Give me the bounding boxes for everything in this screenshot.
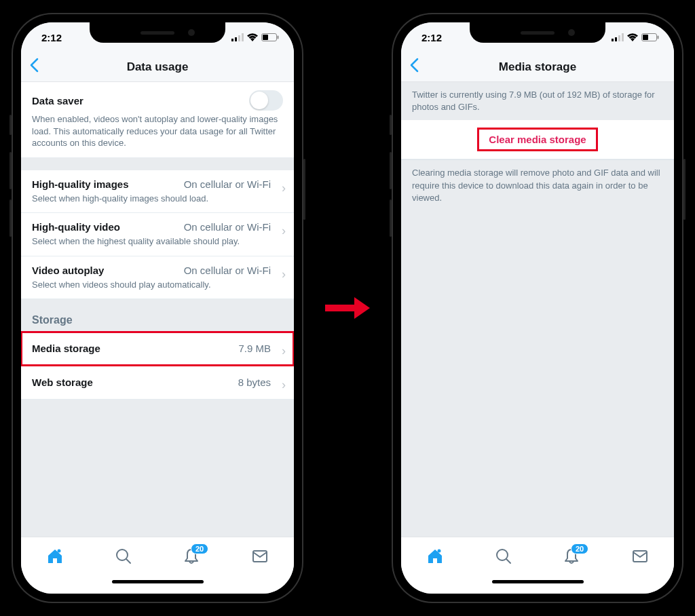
tab-messages[interactable] — [631, 547, 649, 565]
power-button — [303, 159, 305, 220]
nav-bar: Media storage — [401, 52, 674, 82]
hq-video-desc: Select when the highest quality availabl… — [32, 235, 283, 248]
notification-badge: 20 — [191, 543, 208, 554]
signal-icon — [612, 33, 624, 41]
svg-rect-1 — [235, 37, 237, 41]
page-title: Media storage — [401, 60, 674, 74]
autoplay-title: Video autoplay — [32, 265, 104, 276]
autoplay-value: On cellular or Wi-Fi — [184, 265, 271, 276]
clear-warning-info: Clearing media storage will remove photo… — [401, 159, 674, 211]
data-saver-toggle[interactable] — [249, 90, 283, 111]
back-button[interactable] — [409, 58, 419, 77]
status-time: 2:12 — [41, 32, 62, 43]
tab-search[interactable] — [115, 547, 132, 565]
chevron-right-icon: › — [282, 181, 286, 195]
svg-rect-13 — [615, 37, 617, 41]
autoplay-desc: Select when videos should play automatic… — [32, 279, 283, 291]
media-storage-value: 7.9 MB — [238, 343, 271, 354]
notification-badge: 20 — [571, 543, 588, 554]
svg-rect-17 — [643, 35, 648, 40]
power-button — [683, 159, 685, 220]
tab-notifications[interactable]: 20 — [183, 547, 200, 565]
data-saver-title: Data saver — [32, 95, 83, 107]
svg-rect-12 — [612, 39, 614, 41]
web-storage-value: 8 bytes — [238, 377, 271, 388]
notch — [470, 22, 605, 43]
svg-rect-18 — [658, 36, 659, 39]
storage-section-header: Storage — [21, 299, 294, 332]
svg-rect-15 — [622, 33, 624, 41]
svg-point-19 — [438, 549, 441, 552]
back-button[interactable] — [29, 58, 39, 77]
svg-rect-5 — [263, 35, 268, 40]
svg-rect-6 — [278, 36, 279, 39]
svg-line-21 — [506, 559, 510, 563]
battery-icon — [261, 33, 279, 41]
volume-down — [390, 199, 392, 237]
tab-notifications[interactable]: 20 — [563, 547, 580, 565]
arrow-right-icon — [324, 294, 371, 322]
volume-up — [10, 152, 12, 189]
web-storage-title: Web storage — [32, 377, 93, 388]
chevron-right-icon: › — [282, 267, 286, 282]
mute-switch — [10, 115, 12, 135]
tab-messages[interactable] — [251, 547, 269, 565]
chevron-right-icon: › — [282, 344, 286, 358]
volume-down — [10, 199, 12, 237]
chevron-right-icon: › — [282, 224, 286, 238]
storage-usage-info: Twitter is currently using 7.9 MB (out o… — [401, 82, 674, 120]
hq-images-value: On cellular or Wi-Fi — [184, 178, 271, 190]
status-time: 2:12 — [421, 32, 442, 43]
svg-rect-2 — [238, 35, 240, 41]
page-title: Data usage — [21, 60, 294, 74]
media-storage-row[interactable]: Media storage 7.9 MB › — [21, 332, 294, 366]
video-autoplay-row[interactable]: Video autoplay On cellular or Wi-Fi › Se… — [21, 256, 294, 300]
svg-rect-14 — [618, 35, 620, 41]
web-storage-row[interactable]: Web storage 8 bytes › — [21, 366, 294, 400]
clear-media-storage-button[interactable]: Clear media storage — [401, 120, 674, 159]
chevron-right-icon: › — [282, 378, 286, 392]
battery-icon — [641, 33, 659, 41]
notch — [90, 22, 225, 43]
svg-rect-3 — [242, 33, 244, 41]
svg-rect-0 — [231, 39, 233, 41]
hq-images-title: High-quality images — [32, 178, 129, 190]
hq-images-row[interactable]: High-quality images On cellular or Wi-Fi… — [21, 170, 294, 214]
svg-line-9 — [126, 559, 130, 563]
tab-home[interactable] — [46, 547, 64, 565]
nav-bar: Data usage — [21, 52, 294, 82]
hq-video-title: High-quality video — [32, 221, 120, 233]
clear-media-storage-label: Clear media storage — [479, 130, 595, 149]
media-storage-title: Media storage — [32, 343, 100, 354]
phone-left: 2:12 Data usage — [12, 13, 303, 603]
tab-search[interactable] — [495, 547, 512, 565]
signal-icon — [231, 33, 244, 41]
svg-point-7 — [58, 549, 61, 552]
mute-switch — [390, 115, 392, 135]
phone-right: 2:12 Media storage Twitter is currently … — [392, 13, 683, 603]
tab-bar: 20 — [21, 537, 294, 575]
wifi-icon — [627, 33, 638, 41]
volume-up — [390, 152, 392, 189]
home-indicator[interactable] — [21, 575, 294, 594]
data-saver-row[interactable]: Data saver When enabled, videos won't au… — [21, 82, 294, 158]
hq-images-desc: Select when high-quality images should l… — [32, 193, 283, 205]
hq-video-row[interactable]: High-quality video On cellular or Wi-Fi … — [21, 213, 294, 256]
wifi-icon — [247, 33, 258, 41]
hq-video-value: On cellular or Wi-Fi — [184, 221, 271, 233]
tab-bar: 20 — [401, 537, 674, 575]
data-saver-desc: When enabled, videos won't autoplay and … — [32, 113, 283, 149]
tab-home[interactable] — [426, 547, 444, 565]
home-indicator[interactable] — [401, 575, 674, 594]
